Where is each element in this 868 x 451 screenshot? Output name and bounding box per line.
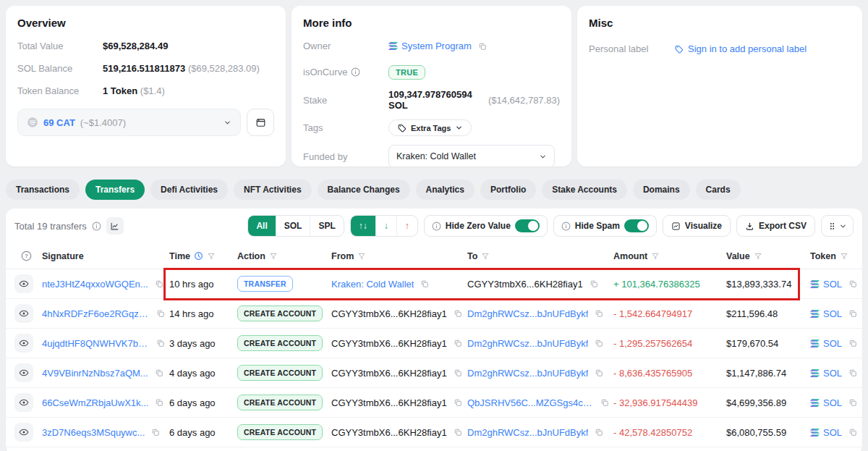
filter-icon[interactable] bbox=[207, 252, 216, 261]
filter-icon[interactable] bbox=[651, 252, 660, 261]
filter-all[interactable]: All bbox=[248, 216, 275, 236]
to-address[interactable]: Dm2ghRWCsz...bJnUFdBykf bbox=[467, 338, 588, 349]
copy-icon[interactable] bbox=[848, 368, 857, 377]
copy-icon[interactable] bbox=[595, 428, 603, 437]
tab-stake-accounts[interactable]: Stake Accounts bbox=[542, 180, 627, 200]
copy-icon[interactable] bbox=[454, 309, 462, 318]
token-link[interactable]: SOL bbox=[823, 368, 842, 379]
tab-nft-activities[interactable]: NFT Activities bbox=[234, 180, 312, 200]
hide-zero-toggle[interactable] bbox=[515, 219, 540, 232]
to-address[interactable]: Dm2ghRWCsz...bJnUFdBykf bbox=[467, 427, 588, 438]
filter-icon[interactable] bbox=[481, 252, 490, 261]
solana-icon bbox=[810, 429, 820, 437]
sort-both-button[interactable]: ↑↓ bbox=[351, 216, 375, 236]
time-value: 14 hrs ago bbox=[169, 308, 233, 319]
signature-link[interactable]: 4V9VBinrNzNbsz7aQM... bbox=[42, 368, 148, 379]
token-link[interactable]: SOL bbox=[823, 338, 842, 349]
to-address[interactable]: Dm2ghRWCsz...bJnUFdBykf bbox=[467, 368, 588, 379]
from-address[interactable]: CGYY3tmbX6...6KH28fiay1 bbox=[331, 397, 447, 408]
visualize-button[interactable]: Visualize bbox=[663, 215, 731, 237]
chart-button[interactable] bbox=[106, 217, 124, 235]
help-icon[interactable]: ? bbox=[21, 250, 32, 261]
tab-cards[interactable]: Cards bbox=[696, 180, 741, 200]
copy-icon[interactable] bbox=[156, 339, 165, 347]
from-address[interactable]: CGYY3tmbX6...6KH28fiay1 bbox=[331, 427, 447, 438]
preview-eye-button[interactable] bbox=[14, 363, 33, 382]
hide-spam-toggle[interactable] bbox=[624, 219, 649, 232]
token-select[interactable]: 69 CAT (~$1.4007) bbox=[17, 109, 241, 136]
isoncurve-badge: TRUE bbox=[388, 65, 425, 80]
tab-domains[interactable]: Domains bbox=[633, 180, 690, 200]
signature-link[interactable]: 4ujqdtHF8QNWHVK7b4... bbox=[42, 338, 150, 349]
from-address[interactable]: CGYY3tmbX6...6KH28fiay1 bbox=[331, 368, 447, 379]
preview-eye-button[interactable] bbox=[14, 423, 33, 442]
export-csv-button[interactable]: Export CSV bbox=[736, 215, 815, 237]
copy-icon[interactable] bbox=[155, 279, 163, 288]
owner-link[interactable]: System Program bbox=[401, 41, 472, 51]
filter-sol[interactable]: SOL bbox=[276, 216, 310, 236]
copy-icon[interactable] bbox=[454, 368, 462, 377]
preview-eye-button[interactable] bbox=[14, 274, 33, 293]
clock-icon[interactable] bbox=[194, 251, 203, 261]
copy-icon[interactable] bbox=[590, 279, 598, 288]
to-address[interactable]: QbJSRHV56C...MZGSgs4cnU bbox=[467, 397, 594, 408]
to-address[interactable]: Dm2ghRWCsz...bJnUFdBykf bbox=[467, 308, 588, 319]
tab-analytics[interactable]: Analytics bbox=[416, 180, 475, 200]
tab-defi-activities[interactable]: Defi Activities bbox=[150, 180, 228, 200]
copy-icon[interactable] bbox=[420, 279, 429, 288]
copy-icon[interactable] bbox=[454, 398, 462, 407]
filter-spl[interactable]: SPL bbox=[310, 216, 343, 236]
copy-icon[interactable] bbox=[155, 368, 163, 377]
sort-outgoing-button[interactable]: ↑ bbox=[396, 216, 417, 236]
preview-eye-button[interactable] bbox=[14, 393, 33, 412]
funded-by-select[interactable]: Kraken: Cold Wallet bbox=[388, 145, 555, 167]
from-address[interactable]: CGYY3tmbX6...6KH28fiay1 bbox=[331, 308, 447, 319]
tab-balance-changes[interactable]: Balance Changes bbox=[318, 180, 410, 200]
copy-icon[interactable] bbox=[478, 42, 487, 51]
copy-icon[interactable] bbox=[848, 309, 857, 318]
from-address[interactable]: CGYY3tmbX6...6KH28fiay1 bbox=[331, 338, 447, 349]
filter-icon[interactable] bbox=[357, 252, 366, 261]
from-address[interactable]: Kraken: Cold Wallet bbox=[331, 279, 414, 290]
tab-transactions[interactable]: Transactions bbox=[6, 180, 80, 200]
copy-icon[interactable] bbox=[848, 279, 857, 288]
token-link[interactable]: SOL bbox=[823, 308, 842, 319]
copy-icon[interactable] bbox=[600, 398, 609, 407]
copy-icon[interactable] bbox=[848, 398, 857, 407]
signature-link[interactable]: 4hNxRDFzF6oe2RGqz1... bbox=[42, 308, 150, 319]
filter-icon[interactable] bbox=[269, 252, 278, 261]
sort-incoming-button[interactable]: ↓ bbox=[375, 216, 396, 236]
copy-icon[interactable] bbox=[595, 339, 603, 347]
preview-eye-button[interactable] bbox=[14, 334, 33, 353]
tab-transfers[interactable]: Transfers bbox=[85, 180, 145, 200]
token-link[interactable]: SOL bbox=[823, 397, 842, 408]
token-link[interactable]: SOL bbox=[823, 279, 842, 290]
sign-in-label-link[interactable]: Sign in to add personal label bbox=[674, 43, 807, 54]
column-settings-button[interactable] bbox=[821, 215, 854, 237]
filter-icon[interactable] bbox=[840, 252, 848, 261]
extra-tags-button[interactable]: Extra Tags bbox=[388, 119, 472, 136]
hide-spam-control: Hide Spam bbox=[553, 215, 657, 237]
copy-icon[interactable] bbox=[156, 309, 165, 318]
copy-icon[interactable] bbox=[595, 309, 603, 318]
to-address[interactable]: CGYY3tmbX6...6KH28fiay1 bbox=[467, 279, 583, 290]
filter-icon[interactable] bbox=[754, 252, 762, 261]
usd-value: $179,670.54 bbox=[726, 338, 806, 349]
signature-link[interactable]: 66CseWmZRbjaUwX1k... bbox=[42, 397, 148, 408]
copy-icon[interactable] bbox=[848, 428, 857, 437]
copy-icon[interactable] bbox=[595, 368, 603, 377]
copy-icon[interactable] bbox=[454, 339, 462, 347]
token-link[interactable]: SOL bbox=[823, 427, 842, 438]
signature-link[interactable]: nteJ3HtZ4qxxoWGQEn... bbox=[42, 279, 148, 290]
copy-icon[interactable] bbox=[155, 398, 163, 407]
solana-icon bbox=[810, 280, 820, 288]
copy-icon[interactable] bbox=[848, 339, 857, 347]
copy-icon[interactable] bbox=[151, 428, 160, 437]
tab-portfolio[interactable]: Portfolio bbox=[480, 180, 536, 200]
preview-eye-button[interactable] bbox=[14, 304, 33, 323]
copy-icon[interactable] bbox=[454, 428, 462, 437]
signature-link[interactable]: 3zD7N6eqs3MSquywc... bbox=[42, 427, 145, 438]
wallet-button[interactable] bbox=[247, 109, 274, 136]
token-balance-row: Token Balance 1 Token ($1.4) bbox=[17, 85, 274, 96]
table-header: ? Signature Time Action From To Amount V… bbox=[6, 243, 862, 269]
